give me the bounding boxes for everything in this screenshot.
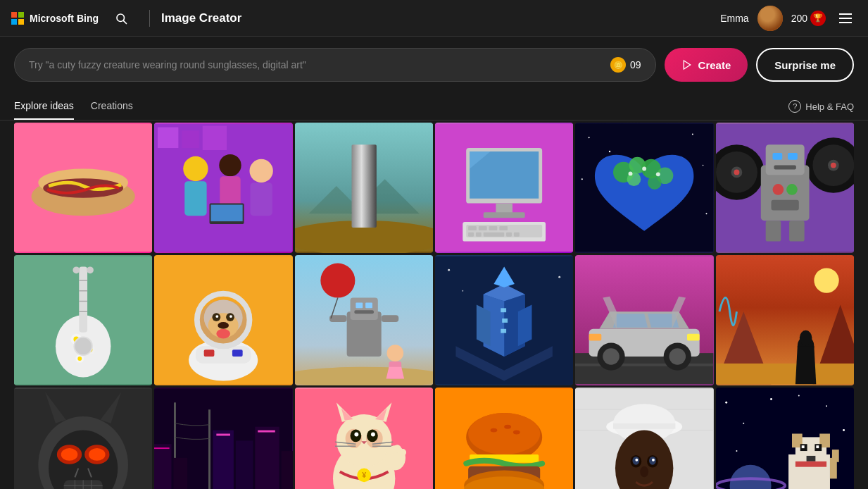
svg-rect-149 — [589, 334, 602, 341]
coin-badge-count: 09 — [630, 59, 641, 70]
bing-logo[interactable]: Microsoft Bing — [11, 12, 99, 25]
tab-explore[interactable]: Explore ideas — [14, 93, 74, 120]
svg-point-202 — [371, 433, 375, 437]
svg-rect-179 — [154, 444, 172, 489]
surprise-label: Surprise me — [774, 59, 836, 71]
svg-point-241 — [743, 423, 744, 424]
tab-creations-label: Creations — [91, 100, 133, 111]
list-item[interactable] — [716, 388, 854, 489]
svg-rect-96 — [204, 349, 215, 357]
create-label: Create — [698, 59, 731, 71]
svg-rect-111 — [350, 298, 377, 320]
svg-rect-29 — [484, 212, 525, 218]
svg-point-15 — [250, 159, 273, 182]
svg-point-211 — [399, 449, 406, 456]
svg-marker-142 — [613, 314, 648, 328]
svg-point-218 — [504, 425, 511, 429]
list-item[interactable] — [435, 255, 573, 385]
list-item[interactable] — [154, 255, 292, 385]
list-item[interactable] — [154, 123, 292, 253]
bing-logo-text: Microsoft Bing — [30, 13, 99, 24]
list-item[interactable] — [154, 388, 292, 489]
svg-point-44 — [692, 133, 693, 135]
svg-rect-148 — [687, 334, 700, 341]
search-input[interactable]: Try "a cuty fuzzy creature wearing round… — [29, 59, 610, 70]
help-icon: ? — [788, 100, 801, 113]
svg-point-219 — [513, 431, 520, 435]
svg-point-104 — [216, 315, 219, 318]
coin-badge: 🪙 09 — [610, 57, 641, 73]
create-icon — [681, 59, 693, 70]
svg-point-61 — [734, 169, 739, 175]
svg-rect-131 — [501, 308, 506, 312]
svg-marker-130 — [518, 304, 532, 346]
list-item[interactable] — [575, 388, 713, 489]
list-item[interactable] — [295, 255, 433, 385]
help-faq-button[interactable]: ? Help & FAQ — [788, 100, 854, 113]
svg-rect-97 — [232, 349, 243, 357]
svg-point-135 — [558, 276, 560, 278]
svg-rect-12 — [185, 181, 207, 216]
svg-point-216 — [468, 413, 540, 454]
menu-button[interactable] — [834, 7, 857, 30]
header-right: Emma 200 🏆 — [720, 6, 857, 31]
surprise-button[interactable]: Surprise me — [756, 48, 854, 82]
svg-rect-86 — [79, 266, 87, 332]
svg-rect-257 — [816, 445, 819, 448]
list-item[interactable] — [14, 255, 152, 385]
svg-point-92 — [87, 266, 94, 273]
svg-rect-114 — [354, 310, 373, 314]
svg-point-244 — [843, 429, 845, 431]
header-divider — [149, 10, 150, 27]
list-item[interactable] — [575, 123, 713, 253]
svg-rect-38 — [484, 233, 504, 237]
svg-point-71 — [772, 184, 784, 195]
svg-text:¥: ¥ — [362, 471, 366, 479]
svg-point-72 — [786, 184, 798, 195]
svg-rect-113 — [365, 302, 372, 308]
svg-point-136 — [462, 290, 463, 292]
svg-rect-36 — [468, 233, 474, 237]
svg-rect-33 — [479, 226, 487, 230]
avatar[interactable] — [757, 6, 783, 31]
svg-marker-121 — [386, 367, 404, 379]
svg-rect-10 — [203, 126, 227, 150]
list-item[interactable] — [295, 123, 433, 253]
svg-point-91 — [73, 266, 80, 273]
svg-point-107 — [217, 329, 231, 339]
svg-rect-40 — [514, 233, 520, 237]
svg-point-236 — [652, 459, 655, 462]
svg-point-245 — [736, 450, 737, 452]
list-item[interactable] — [716, 123, 854, 253]
create-button[interactable]: Create — [665, 48, 748, 82]
svg-rect-9 — [182, 131, 200, 149]
svg-rect-8 — [158, 128, 178, 148]
svg-point-247 — [798, 395, 799, 397]
svg-point-105 — [229, 315, 232, 318]
svg-point-47 — [706, 213, 707, 214]
list-item[interactable] — [14, 388, 152, 489]
list-item[interactable] — [575, 255, 713, 385]
tabs-container: Explore ideas Creations ? Help & FAQ — [0, 93, 868, 120]
svg-point-56 — [656, 172, 660, 176]
list-item[interactable] — [716, 255, 854, 385]
user-name: Emma — [720, 13, 748, 24]
svg-rect-156 — [716, 364, 854, 384]
search-button[interactable] — [110, 7, 132, 30]
svg-point-53 — [648, 175, 662, 190]
list-item[interactable]: ¥ — [295, 388, 433, 489]
svg-point-134 — [448, 269, 450, 271]
tab-creations[interactable]: Creations — [91, 93, 133, 120]
svg-point-13 — [220, 154, 241, 176]
search-input-wrapper[interactable]: Try "a cuty fuzzy creature wearing round… — [14, 48, 656, 82]
svg-rect-133 — [501, 329, 506, 333]
list-item[interactable] — [14, 123, 152, 253]
image-grid: ¥ — [0, 120, 868, 489]
page-title: Image Creator — [161, 11, 720, 25]
svg-rect-182 — [236, 440, 253, 489]
list-item[interactable] — [435, 123, 573, 253]
svg-point-117 — [320, 264, 355, 298]
svg-point-83 — [77, 357, 82, 361]
svg-rect-23 — [351, 144, 376, 228]
list-item[interactable] — [435, 388, 573, 489]
